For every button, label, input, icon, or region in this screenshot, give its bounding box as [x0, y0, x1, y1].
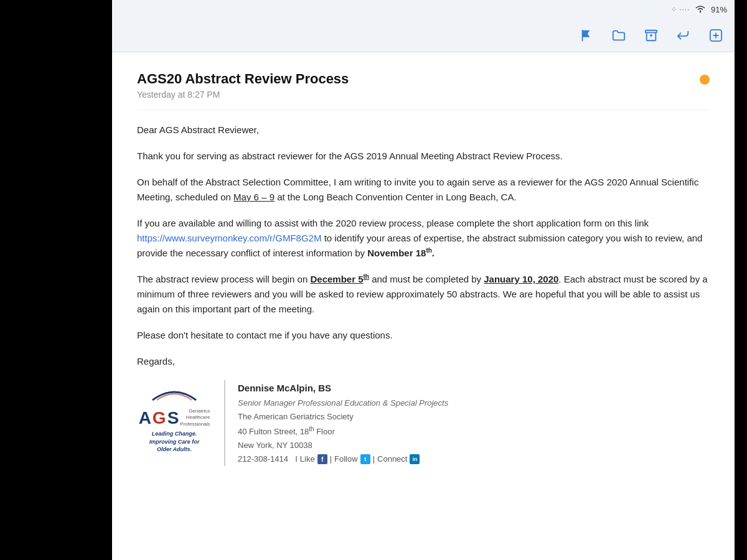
battery-percentage: 91%: [711, 5, 727, 14]
ags-logo: A G S Geriatrics Healthcare Professional…: [137, 380, 212, 466]
more-button[interactable]: [707, 27, 725, 44]
sig-divider: [224, 380, 225, 466]
linkedin-icon[interactable]: in: [410, 454, 420, 464]
email-toolbar: [112, 19, 735, 52]
svg-rect-0: [646, 30, 657, 32]
sig-info: Dennise McAlpin, BS Senior Manager Profe…: [238, 380, 448, 466]
ags-tagline-text: Leading Change.Improving Care forOlder A…: [139, 430, 210, 454]
facebook-icon[interactable]: f: [317, 454, 327, 464]
folder-button[interactable]: [610, 27, 627, 44]
email-content: AGS20 Abstract Review Process Yesterday …: [112, 52, 735, 560]
paragraph4: The abstract review process will begin o…: [137, 272, 710, 317]
unread-indicator: [700, 75, 710, 85]
regards: Regards,: [137, 354, 710, 369]
sig-title: Senior Manager Professional Education & …: [238, 396, 448, 410]
logo-taglines: Geriatrics Healthcare Professionals: [180, 408, 210, 427]
wifi-icon: [695, 4, 706, 15]
email-title: AGS20 Abstract Review Process: [137, 71, 349, 87]
surveymonkey-link[interactable]: https://www.surveymonkey.com/r/GMF8G2M: [137, 233, 321, 243]
email-date: Yesterday at 8:27 PM: [137, 90, 349, 100]
sig-name: Dennise McAlpin, BS: [238, 380, 448, 396]
signature-block: A G S Geriatrics Healthcare Professional…: [137, 380, 710, 466]
email-header: AGS20 Abstract Review Process Yesterday …: [137, 71, 710, 110]
paragraph1: Thank you for serving as abstract review…: [137, 149, 710, 164]
logo-letter-s: S: [167, 409, 179, 427]
sig-org: The American Geriatrics Society: [238, 410, 448, 424]
paragraph3: If you are available and willing to assi…: [137, 216, 710, 261]
flag-button[interactable]: [578, 27, 595, 44]
paragraph5: Please don't hesitate to contact me if y…: [137, 328, 710, 343]
sig-social: 212-308-1414 I Like f | Follow t | Conne…: [238, 452, 448, 466]
signal-indicator: ⁘ ····: [671, 6, 690, 14]
email-body: Dear AGS Abstract Reviewer, Thank you fo…: [137, 123, 710, 466]
twitter-icon[interactable]: t: [360, 454, 370, 464]
sig-address2: New York, NY 10038: [238, 439, 448, 452]
status-bar: ⁘ ···· 91%: [112, 0, 735, 19]
logo-letter-a: A: [139, 409, 151, 427]
archive-button[interactable]: [642, 27, 660, 44]
logo-letter-g: G: [153, 409, 166, 427]
salutation: Dear AGS Abstract Reviewer,: [137, 123, 710, 138]
paragraph2: On behalf of the Abstract Selection Comm…: [137, 175, 710, 205]
sig-address1: 40 Fulton Street, 18th Floor: [238, 424, 448, 439]
reply-button[interactable]: [675, 27, 692, 44]
